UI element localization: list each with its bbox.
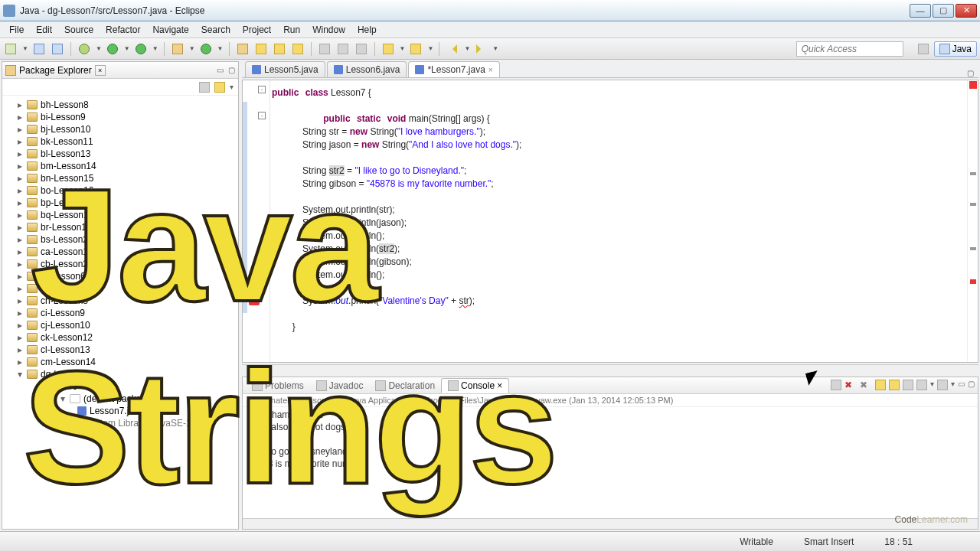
new-button[interactable]	[3, 41, 18, 57]
status-cursor-position: 18 : 51	[884, 536, 913, 547]
pin-console-icon[interactable]	[889, 380, 900, 390]
nav-c-button[interactable]	[354, 41, 369, 57]
display-selected-icon[interactable]	[903, 380, 913, 390]
menu-help[interactable]: Help	[351, 23, 383, 37]
debug-button[interactable]	[77, 41, 92, 57]
menu-refactor[interactable]: Refactor	[100, 23, 146, 37]
editor-tabs: Lesson5.java Lesson6.java *Lesson7.java×…	[242, 61, 978, 78]
fold-icon[interactable]: -	[258, 112, 266, 119]
tab-lesson7[interactable]: *Lesson7.java×	[408, 61, 499, 77]
view-close-icon[interactable]: ×	[95, 65, 106, 76]
remove-launch-icon[interactable]	[831, 380, 841, 390]
quick-access-input[interactable]	[796, 41, 903, 57]
menu-run[interactable]: Run	[277, 23, 306, 37]
nav-a-button[interactable]	[317, 41, 332, 57]
project-folder-icon	[27, 100, 38, 109]
java-file-icon	[252, 65, 261, 74]
link-editor-icon[interactable]	[214, 82, 225, 93]
menu-search[interactable]: Search	[195, 23, 237, 37]
fold-icon[interactable]: -	[258, 86, 266, 93]
project-folder-icon	[27, 137, 38, 146]
open-perspective-button[interactable]	[916, 41, 931, 57]
menu-project[interactable]: Project	[237, 23, 277, 37]
minimize-button[interactable]: —	[910, 4, 931, 18]
view-menu-icon[interactable]: ▾	[230, 83, 234, 91]
watermark: CodeLearner.com	[895, 505, 968, 528]
java-perspective-icon	[939, 44, 950, 54]
tab-label: *Lesson7.java	[427, 64, 485, 75]
forward-icon	[476, 44, 485, 54]
overlay-title-1: Java	[31, 178, 376, 315]
status-bar: Writable Smart Insert 18 : 51	[0, 531, 980, 551]
new-class-button[interactable]	[198, 41, 214, 57]
nav-a-icon	[319, 44, 330, 54]
toggle-mark-button[interactable]	[272, 41, 287, 57]
new-package-button[interactable]	[170, 41, 185, 57]
remove-all-icon[interactable]: ✖	[844, 380, 857, 392]
menu-edit[interactable]: Edit	[30, 23, 58, 37]
next-annotation-button[interactable]	[381, 41, 396, 57]
close-button[interactable]: ✕	[956, 4, 977, 18]
scroll-lock-icon[interactable]	[875, 380, 886, 390]
eclipse-icon	[3, 5, 15, 17]
breadcrumb-icon	[292, 44, 303, 54]
back-icon	[448, 44, 457, 54]
run-button[interactable]	[105, 41, 120, 57]
bottom-min-icon[interactable]: ▭	[958, 380, 965, 392]
java-file-icon	[415, 65, 424, 74]
editor-max-icon[interactable]: ▢	[967, 69, 974, 77]
overview-ruler[interactable]	[967, 80, 978, 362]
nav-b-button[interactable]	[335, 41, 351, 57]
save-all-button[interactable]	[50, 41, 65, 57]
java-perspective-button[interactable]: Java	[934, 41, 977, 57]
open-type-button[interactable]	[235, 41, 250, 57]
status-insert-mode: Smart Insert	[804, 536, 854, 547]
project-label: bi-Lesson9	[41, 112, 86, 122]
bottom-max-icon[interactable]: ▢	[968, 380, 975, 392]
tab-lesson5[interactable]: Lesson5.java	[245, 61, 325, 77]
window-title: Java - dg-Lesson7/src/Lesson7.java - Ecl…	[20, 5, 908, 16]
console-horizontal-scrollbar[interactable]	[243, 518, 978, 529]
save-button[interactable]	[31, 41, 47, 57]
window-titlebar: Java - dg-Lesson7/src/Lesson7.java - Ecl…	[0, 0, 980, 21]
collapse-all-icon[interactable]	[199, 82, 210, 93]
menu-bar: File Edit Source Refactor Navigate Searc…	[0, 21, 980, 38]
new-icon	[5, 44, 16, 54]
project-item[interactable]: ▸bj-Lesson10	[4, 123, 237, 135]
perspective-icon	[918, 44, 929, 54]
menu-file[interactable]: File	[3, 23, 30, 37]
open-type-icon	[237, 44, 248, 54]
project-label: bh-Lesson8	[41, 99, 89, 110]
run-last-button[interactable]	[133, 41, 149, 57]
prev-annotation-button[interactable]	[408, 41, 423, 57]
project-item[interactable]: ▸bk-Lesson11	[4, 135, 237, 148]
menu-window[interactable]: Window	[306, 23, 351, 37]
forward-button[interactable]	[473, 41, 488, 57]
project-label: bk-Lesson11	[41, 136, 93, 147]
open-console-icon[interactable]	[916, 380, 927, 390]
package-icon	[172, 44, 183, 54]
run-last-icon	[136, 44, 146, 54]
clear-console-icon[interactable]: ✖	[860, 380, 872, 392]
menu-navigate[interactable]: Navigate	[146, 23, 194, 37]
menu-source[interactable]: Source	[58, 23, 100, 37]
main-toolbar: ▼ ▼ ▼ ▼ ▼ ▼ ▼ ▼ ▼ ▼ Java	[0, 38, 980, 60]
save-all-icon	[52, 44, 63, 54]
package-explorer-icon	[5, 65, 16, 76]
bug-icon	[79, 44, 90, 54]
project-item[interactable]: ▸bi-Lesson9	[4, 111, 237, 123]
maximize-button[interactable]: ▢	[933, 4, 954, 18]
toggle-breadcrumb-button[interactable]	[290, 41, 305, 57]
nav-b-icon	[338, 44, 348, 54]
search-button[interactable]	[253, 41, 269, 57]
tab-close-icon[interactable]: ×	[488, 66, 493, 74]
package-explorer-title: Package Explorer	[19, 65, 92, 76]
tab-lesson6[interactable]: Lesson6.java	[327, 61, 407, 77]
view-max-icon[interactable]: ▢	[228, 66, 235, 74]
back-button[interactable]	[445, 41, 460, 57]
project-folder-icon	[27, 125, 38, 134]
mark-icon	[274, 44, 285, 54]
new-console-view-icon[interactable]	[937, 380, 948, 390]
view-min-icon[interactable]: ▭	[217, 66, 224, 74]
project-item[interactable]: ▸bh-Lesson8	[4, 99, 237, 111]
